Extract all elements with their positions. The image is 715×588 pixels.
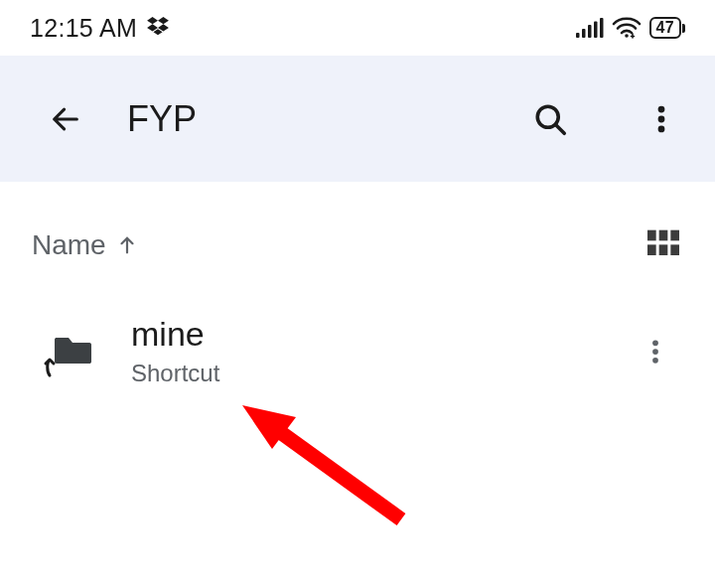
battery-icon: 47 <box>649 17 685 39</box>
dropbox-icon <box>147 14 169 43</box>
grid-view-icon <box>647 229 679 257</box>
svg-point-17 <box>652 340 658 346</box>
file-list: mine Shortcut <box>0 261 715 387</box>
more-button[interactable] <box>638 95 685 143</box>
annotation-arrow <box>242 405 411 534</box>
folder-shortcut-icon <box>42 324 97 379</box>
svg-marker-21 <box>242 405 296 449</box>
app-bar: FYP <box>0 56 715 182</box>
svg-line-20 <box>276 429 401 519</box>
svg-rect-0 <box>576 33 580 38</box>
sort-button[interactable]: Name <box>32 229 138 261</box>
svg-rect-4 <box>600 18 604 38</box>
item-subtitle: Shortcut <box>131 360 598 387</box>
arrow-left-icon <box>49 102 82 136</box>
search-button[interactable] <box>526 95 574 143</box>
sort-label: Name <box>32 229 106 261</box>
svg-rect-15 <box>659 244 668 255</box>
more-vert-icon <box>644 102 678 136</box>
svg-rect-13 <box>670 230 679 241</box>
svg-point-9 <box>658 115 665 122</box>
svg-line-7 <box>556 125 564 133</box>
svg-point-8 <box>658 105 665 112</box>
back-button[interactable] <box>42 95 89 143</box>
item-text: mine Shortcut <box>131 315 598 387</box>
svg-point-19 <box>652 357 658 363</box>
svg-rect-2 <box>588 25 592 38</box>
page-title: FYP <box>127 98 489 140</box>
svg-point-5 <box>625 34 629 38</box>
status-right: 47 <box>576 17 685 39</box>
view-toggle-button[interactable] <box>647 229 679 261</box>
cellular-signal-icon <box>576 18 604 38</box>
arrow-up-icon <box>116 234 138 256</box>
sort-row: Name <box>0 182 715 261</box>
item-more-button[interactable] <box>632 328 679 375</box>
svg-rect-1 <box>582 29 586 38</box>
svg-rect-3 <box>594 22 598 39</box>
svg-point-18 <box>652 349 658 355</box>
list-item[interactable]: mine Shortcut <box>42 315 679 387</box>
svg-rect-16 <box>670 244 679 255</box>
wifi-icon <box>612 17 642 39</box>
battery-percent: 47 <box>656 20 674 36</box>
more-vert-icon <box>641 337 670 367</box>
svg-point-10 <box>658 125 665 132</box>
search-icon <box>532 101 568 137</box>
svg-rect-14 <box>647 244 656 255</box>
status-time: 12:15 AM <box>30 14 137 43</box>
item-title: mine <box>131 315 598 354</box>
status-bar: 12:15 AM 47 <box>0 0 715 56</box>
svg-rect-12 <box>659 230 668 241</box>
svg-rect-11 <box>647 230 656 241</box>
status-left: 12:15 AM <box>30 14 169 43</box>
